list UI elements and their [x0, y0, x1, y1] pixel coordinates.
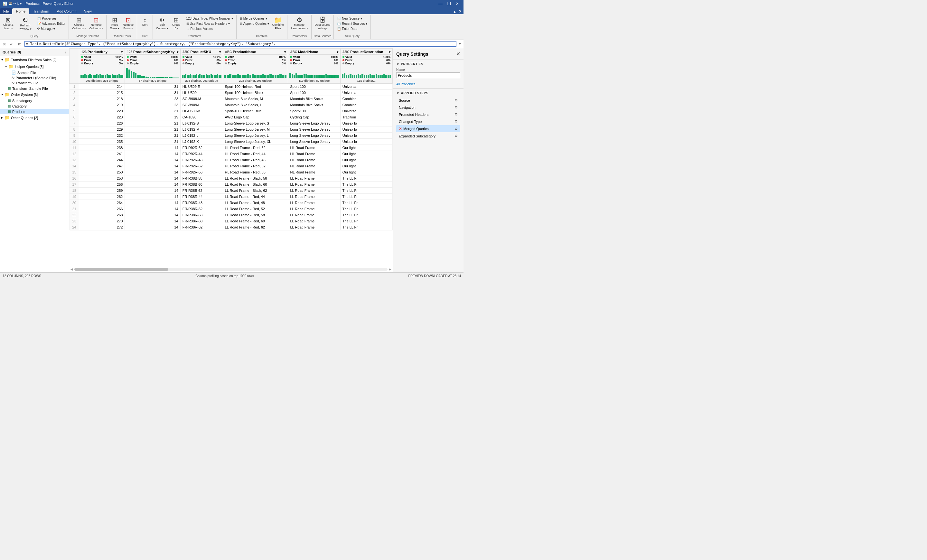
- order-system-header[interactable]: 📁 Order System [3]: [0, 91, 69, 98]
- table-row[interactable]: 121431HL-U509-RSport-100 Helmet, RedSpor…: [70, 83, 393, 90]
- h-scrollbar[interactable]: [74, 268, 388, 271]
- table-row[interactable]: 2226814FR-R38R-58LL Road Frame - Red, 58…: [70, 212, 393, 218]
- table-row[interactable]: 1224114FR-R92R-44HL Road Frame - Red, 44…: [70, 151, 393, 157]
- tab-home[interactable]: Home: [12, 8, 29, 14]
- table-row[interactable]: 1324414FR-R92R-48HL Road Frame - Red, 48…: [70, 157, 393, 163]
- advanced-editor-btn[interactable]: 📝 Advanced Editor: [36, 21, 67, 26]
- replace-values-btn[interactable]: ↔ Replace Values: [185, 26, 234, 31]
- table-row[interactable]: 421923SO-B909-LMountain Bike Socks, LMou…: [70, 102, 393, 108]
- table-row[interactable]: 2126614FR-R38R-52LL Road Frame - Red, 52…: [70, 206, 393, 212]
- col-filter-btn[interactable]: ▾: [284, 50, 286, 54]
- step-item-source[interactable]: Source ⚙: [396, 97, 460, 104]
- maximize-btn[interactable]: ❐: [445, 1, 453, 6]
- step-item-merged-queries[interactable]: ✕ Merged Queries ⚙: [396, 125, 460, 132]
- tab-transform[interactable]: Transform: [29, 8, 53, 14]
- step-gear-icon[interactable]: ⚙: [454, 98, 458, 102]
- other-queries-header[interactable]: 📁 Other Queries [2]: [0, 114, 69, 121]
- formula-input[interactable]: [24, 41, 456, 47]
- step-gear-icon[interactable]: ⚙: [454, 119, 458, 124]
- close-btn[interactable]: ✕: [453, 1, 461, 6]
- close-load-btn[interactable]: ⊠ Close &Load ▾: [2, 16, 15, 31]
- remove-rows-btn[interactable]: ⊡ RemoveRows ▾: [122, 16, 135, 31]
- properties-btn[interactable]: 📋 Properties: [36, 16, 67, 21]
- keep-rows-btn[interactable]: ⊞ KeepRows ▾: [108, 16, 121, 31]
- recent-sources-btn[interactable]: 🕐 Recent Sources ▾: [336, 21, 369, 26]
- col-filter-btn[interactable]: ▾: [177, 50, 178, 54]
- merge-queries-btn[interactable]: ⊞ Merge Queries ▾: [239, 16, 271, 21]
- step-gear-icon[interactable]: ⚙: [454, 134, 458, 138]
- formula-cancel-btn[interactable]: ✕: [1, 41, 8, 47]
- table-row[interactable]: 2327014FR-R38R-60LL Road Frame - Red, 60…: [70, 218, 393, 224]
- helper-queries-header[interactable]: 📁 Helper Queries [3]: [0, 63, 69, 70]
- table-row[interactable]: 1625314FR-R38B-58LL Road Frame - Black, …: [70, 175, 393, 182]
- data-type-btn[interactable]: 123 Data Type: Whole Number ▾: [185, 16, 234, 21]
- table-row[interactable]: 1525014FR-R92R-56HL Road Frame - Red, 56…: [70, 169, 393, 175]
- queries-collapse-btn[interactable]: ‹: [65, 50, 66, 55]
- table-row[interactable]: 1825914FR-R38B-62LL Road Frame - Black, …: [70, 188, 393, 194]
- h-scroll-right[interactable]: ▶: [389, 267, 391, 271]
- tab-add-column[interactable]: Add Column: [53, 8, 81, 14]
- table-row[interactable]: 722621LJ-0192-SLong-Sleeve Logo Jersey, …: [70, 120, 393, 126]
- tab-view[interactable]: View: [80, 8, 96, 14]
- table-row[interactable]: 2026414FR-R38R-48LL Road Frame - Red, 48…: [70, 200, 393, 206]
- step-gear-icon[interactable]: ⚙: [454, 127, 458, 131]
- append-queries-btn[interactable]: ⊞ Append Queries ▾: [239, 21, 271, 26]
- step-item-changed-type[interactable]: Changed Type ⚙: [396, 118, 460, 125]
- choose-columns-btn[interactable]: ⊞ ChooseColumns ▾: [71, 16, 87, 31]
- manage-parameters-btn[interactable]: ⚙ ManageParameters ▾: [289, 16, 309, 31]
- help-btn[interactable]: ?: [459, 9, 461, 14]
- query-item-category[interactable]: ▦ Category: [0, 103, 69, 109]
- table-row[interactable]: 1725614FR-R38B-60LL Road Frame - Black, …: [70, 182, 393, 188]
- table-row[interactable]: 822921LJ-0192-MLong-Sleeve Logo Jersey, …: [70, 126, 393, 133]
- table-row[interactable]: 1023521LJ-0192-XLong-Sleeve Logo Jersey,…: [70, 139, 393, 145]
- table-row[interactable]: 522031HL-U509-BSport-100 Helmet, BlueSpo…: [70, 108, 393, 114]
- title-bar-controls[interactable]: — ❐ ✕: [436, 1, 461, 6]
- query-name-input[interactable]: [396, 73, 460, 78]
- ribbon-collapse-btn[interactable]: ▲: [453, 9, 457, 14]
- minimize-btn[interactable]: —: [436, 1, 445, 6]
- combine-files-btn[interactable]: 📁 CombineFiles: [271, 16, 285, 31]
- split-column-btn[interactable]: ⫸ SplitColumn ▾: [155, 16, 170, 31]
- enter-data-btn[interactable]: 📋 Enter Data: [336, 26, 369, 31]
- table-row[interactable]: 923221LJ-0192-LLong-Sleeve Logo Jersey, …: [70, 133, 393, 139]
- query-item-transform-sample[interactable]: ▦ Transform Sample File: [0, 86, 69, 91]
- table-row[interactable]: 1424714FR-R92R-52HL Road Frame - Red, 52…: [70, 163, 393, 169]
- formula-expand-btn[interactable]: ▾: [458, 42, 462, 46]
- remove-columns-btn[interactable]: ⊡ RemoveColumns ▾: [88, 16, 104, 31]
- table-row[interactable]: 2427214FR-R38R-62LL Road Frame - Red, 62…: [70, 224, 393, 231]
- refresh-preview-btn[interactable]: ↻ RefreshPreview ▾: [18, 16, 33, 32]
- query-item-sample-file[interactable]: 📄 Sample File: [0, 70, 69, 75]
- step-item-promoted-headers[interactable]: Promoted Headers ⚙: [396, 111, 460, 118]
- step-item-navigation[interactable]: Navigation ⚙: [396, 104, 460, 111]
- table-row[interactable]: 1123814FR-R92R-62HL Road Frame - Red, 62…: [70, 145, 393, 151]
- tab-file[interactable]: File: [0, 8, 12, 14]
- query-group-transform-file-header[interactable]: 📁 Transform File from Sales [2]: [0, 56, 69, 63]
- h-scroll-left[interactable]: ◀: [70, 267, 73, 271]
- step-gear-icon[interactable]: ⚙: [454, 105, 458, 109]
- sort-btn[interactable]: ↕ Sort: [139, 16, 150, 27]
- formula-confirm-btn[interactable]: ✓: [8, 41, 15, 47]
- grid-container[interactable]: 123 ProductKey ▾ Valid 100% Error 0% Emp…: [69, 48, 393, 266]
- col-filter-btn[interactable]: ▾: [337, 50, 338, 54]
- first-row-headers-btn[interactable]: ⊞ Use First Row as Headers ▾: [185, 21, 234, 26]
- table-row[interactable]: 321823SO-B909-MMountain Bike Socks, MMou…: [70, 96, 393, 102]
- table-row[interactable]: 622319CA-1098AWC Logo CapCycling CapTrad…: [70, 114, 393, 120]
- table-row[interactable]: 1926214FR-R38R-44LL Road Frame - Red, 44…: [70, 194, 393, 200]
- col-filter-btn[interactable]: ▾: [121, 50, 123, 54]
- query-item-products[interactable]: ▦ Products: [0, 109, 69, 114]
- all-properties-link[interactable]: All Properties: [396, 82, 415, 86]
- query-item-parameter1[interactable]: fx Parameter1 (Sample File): [0, 75, 69, 80]
- group-by-btn[interactable]: ⊞ GroupBy: [170, 16, 182, 31]
- manage-btn[interactable]: ⚙ Manage ▾: [36, 26, 67, 31]
- data-source-settings-btn[interactable]: 🗄 Data sourcesettings: [313, 16, 332, 31]
- step-gear-icon[interactable]: ⚙: [454, 112, 458, 117]
- settings-close-btn[interactable]: ✕: [456, 51, 460, 57]
- col-filter-btn[interactable]: ▾: [219, 50, 221, 54]
- col-filter-btn[interactable]: ▾: [389, 50, 391, 54]
- table-row[interactable]: 221531HL-U509Sport-100 Helmet, BlackSpor…: [70, 90, 393, 96]
- new-source-btn[interactable]: 📊 New Source ▾: [336, 16, 369, 21]
- query-item-transform-file[interactable]: fx Transform File: [0, 80, 69, 86]
- step-item-expanded-subcategory[interactable]: Expanded Subcategory ⚙: [396, 133, 460, 140]
- cell-21-2: 14: [125, 212, 180, 218]
- query-item-subcategory[interactable]: ▦ Subcategory: [0, 98, 69, 103]
